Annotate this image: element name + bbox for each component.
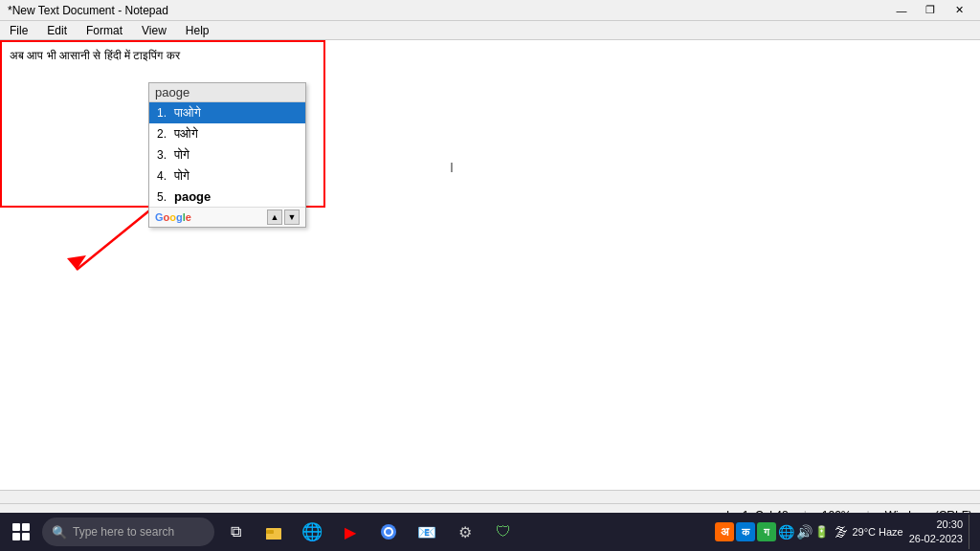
task-view-button[interactable]: ⧉ (218, 515, 253, 549)
ime-text-1: पाओगे (174, 105, 201, 121)
google-logo: Google (155, 211, 191, 223)
svg-marker-1 (67, 255, 86, 270)
text-cursor: I (450, 160, 454, 175)
window-controls: — ❐ ✕ (888, 2, 972, 19)
search-placeholder-text: Type here to search (73, 525, 174, 539)
taskbar: 🔍 Type here to search ⧉ 🌐 ▶ 📧 ⚙ 🛡 अ क ग … (0, 513, 980, 551)
edge-icon[interactable]: 🌐 (295, 515, 329, 549)
youtube-icon[interactable]: ▶ (333, 515, 368, 549)
windows-logo-icon (12, 523, 30, 540)
tray-battery-icon[interactable]: 🔋 (814, 525, 829, 539)
tray-hindi-c[interactable]: ग (757, 522, 776, 541)
svg-rect-4 (266, 530, 274, 534)
editor-content: अब आप भी आसानी से हिंदी में टाइपिंग कर (4, 44, 976, 68)
ime-suggestion-4[interactable]: 4. पोगे (149, 165, 305, 187)
weather-icon: 🌫 (835, 524, 848, 540)
menu-format[interactable]: Format (80, 22, 128, 39)
window-title: *New Text Document - Notepad (8, 4, 168, 17)
svg-point-7 (386, 529, 391, 535)
tray-hindi-a[interactable]: अ (715, 522, 734, 541)
tray-network-icon[interactable]: 🌐 (778, 524, 794, 540)
ime-suggestion-5[interactable]: 5. paoge (149, 187, 305, 207)
ime-up-arrow[interactable]: ▲ (267, 209, 282, 225)
minimize-button[interactable]: — (888, 2, 915, 19)
menu-help[interactable]: Help (180, 22, 215, 39)
ime-down-arrow[interactable]: ▼ (284, 209, 300, 225)
clock-date: 26-02-2023 (909, 532, 963, 546)
ime-arrows: ▲ ▼ (267, 209, 300, 225)
ime-text-5: paoge (174, 189, 211, 204)
editor-text-content: अब आप भी आसानी से हिंदी में टाइपिंग कर (10, 49, 180, 62)
ime-typed-text: paoge (155, 85, 189, 99)
editor-area[interactable]: अब आप भी आसानी से हिंदी में टाइपिंग कर p… (0, 40, 980, 490)
menu-file[interactable]: File (4, 22, 33, 39)
horizontal-scrollbar[interactable] (0, 490, 980, 503)
menu-edit[interactable]: Edit (41, 22, 73, 39)
chrome-icon[interactable] (371, 515, 406, 549)
svg-line-0 (77, 208, 153, 270)
close-button[interactable]: ✕ (946, 2, 972, 19)
notepad-window: *New Text Document - Notepad — ❐ ✕ File … (0, 0, 980, 513)
ime-text-4: पोगे (174, 168, 189, 184)
ime-input-row: paoge (149, 83, 305, 102)
ime-num-2: 2. (157, 127, 170, 141)
ime-suggestion-1[interactable]: 1. पाओगे (149, 102, 305, 123)
ime-suggestion-2[interactable]: 2. पओगे (149, 123, 305, 144)
menu-view[interactable]: View (136, 22, 172, 39)
taskbar-right: अ क ग 🌐 🔊 🔋 🌫 29°C Haze 20:30 26-02-2023 (715, 515, 976, 549)
ime-num-4: 4. (157, 169, 170, 183)
shield-icon[interactable]: 🛡 (486, 515, 521, 549)
search-icon: 🔍 (52, 525, 67, 540)
taskbar-search[interactable]: 🔍 Type here to search (42, 518, 214, 546)
weather-text: 29°C Haze (852, 526, 902, 538)
ime-num-5: 5. (157, 190, 170, 204)
restore-button[interactable]: ❐ (917, 2, 944, 19)
ime-dropdown: paoge 1. पाओगे 2. पओगे 3. पोगे 4. पोगे (148, 82, 306, 228)
weather-widget[interactable]: 🌫 29°C Haze (835, 524, 902, 540)
tray-volume-icon[interactable]: 🔊 (796, 524, 813, 540)
title-bar: *New Text Document - Notepad — ❐ ✕ (0, 0, 980, 21)
menu-bar: File Edit Format View Help (0, 21, 980, 40)
settings-icon[interactable]: ⚙ (448, 515, 482, 549)
ime-text-2: पओगे (174, 126, 198, 142)
mail-icon[interactable]: 📧 (410, 515, 444, 549)
system-tray: अ क ग 🌐 🔊 🔋 (715, 522, 829, 541)
start-button[interactable] (4, 515, 38, 549)
ime-num-3: 3. (157, 148, 170, 162)
ime-footer: Google ▲ ▼ (149, 207, 305, 227)
file-explorer-icon[interactable] (256, 515, 291, 549)
ime-suggestion-3[interactable]: 3. पोगे (149, 144, 305, 165)
system-clock[interactable]: 20:30 26-02-2023 (909, 518, 963, 547)
ime-num-1: 1. (157, 106, 170, 120)
show-desktop-button[interactable] (969, 515, 972, 549)
ime-text-3: पोगे (174, 147, 189, 163)
clock-time: 20:30 (909, 518, 963, 532)
ime-suggestions-list: 1. पाओगे 2. पओगे 3. पोगे 4. पोगे 5. pa (149, 102, 305, 207)
tray-hindi-ime[interactable]: क (736, 522, 755, 541)
